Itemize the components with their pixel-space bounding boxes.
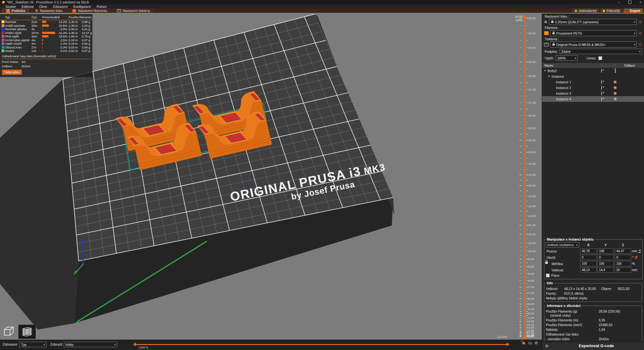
eye-icon[interactable] (601, 91, 602, 96)
uniform-scale-lock-icon[interactable] (545, 262, 548, 264)
tab-nastavení-tisku[interactable]: ⚙Nastavení tisku (31, 8, 67, 13)
mode-button-jednoduchý[interactable]: Jednoduchý (572, 8, 599, 13)
scale-y-field[interactable]: 100 (597, 261, 614, 266)
layer-slider[interactable]: 20,00 (100) 20,0019,4019,0018,4018,0017,… (512, 14, 542, 340)
rotate-y-field[interactable]: 0 (597, 255, 614, 260)
drop-to-bed-icon[interactable] (638, 249, 641, 253)
layer-slider-track[interactable] (525, 17, 525, 337)
object-list-row[interactable]: Instance 2 (542, 85, 644, 91)
tick-dash (526, 122, 528, 122)
coords-dropdown[interactable]: Světové souřadnice ▾ (546, 242, 579, 247)
printer-dropdown[interactable]: Original Prusa i3 MK3S & MK3S+ ▾ (550, 42, 637, 47)
close-button[interactable]: × (640, 1, 641, 4)
menu-item-pomoc[interactable]: Pomoc (94, 5, 110, 8)
object-list-row[interactable]: Instance 3 (542, 91, 644, 96)
mode-dot-icon (575, 10, 577, 12)
print-settings-gear-icon[interactable]: ⚙ (638, 20, 642, 24)
legend-weight: 0,55 g (82, 42, 92, 45)
legend-length: 1,90 m (69, 35, 82, 38)
printer-gear-icon[interactable]: ⚙ (638, 42, 642, 47)
tab-podložka[interactable]: Podložka (2, 8, 30, 13)
menu-item-soubor[interactable]: Soubor (3, 5, 19, 8)
inches-checkbox[interactable] (546, 274, 550, 277)
preview-view-button[interactable] (18, 325, 36, 339)
rotate-z-field[interactable]: 0 (615, 255, 631, 260)
type-color-swatch (2, 49, 4, 52)
export-gcode-button[interactable]: Exportovat G-code (549, 344, 644, 348)
show-options-dropdown[interactable]: Volby▾ (64, 342, 117, 347)
layer-slider-lock-icon[interactable] (522, 342, 525, 344)
menu-item-konfigurace[interactable]: Konfigurace (70, 5, 94, 8)
menu-item-editovat[interactable]: Editovat (19, 5, 36, 8)
eye-icon[interactable] (601, 80, 602, 84)
slider-settings-gear-icon[interactable]: ⚙ (534, 341, 538, 345)
tick-dash (519, 259, 521, 259)
mode-button-pokročilý[interactable]: Pokročilý (600, 8, 623, 13)
filament-dropdown[interactable]: Prusament PETG ▾ (550, 30, 637, 36)
legend-header: Typ Čas Procentuálně Použito filamentu (0, 15, 92, 20)
editor-view-button[interactable] (1, 325, 18, 338)
object-list-row[interactable]: Instance (542, 74, 644, 79)
position-x-field[interactable]: 45,79 (580, 248, 597, 254)
tick-dash (526, 216, 528, 216)
layer-tick-label: 5,00 (528, 312, 541, 315)
slicing-value: 22486,62 (599, 323, 640, 327)
size-y-field[interactable]: 14,4 (597, 267, 614, 273)
brim-checkbox[interactable] (598, 56, 602, 60)
minimize-button[interactable]: – (618, 1, 620, 4)
menu-item-zobrazení[interactable]: Zobrazení (50, 5, 70, 8)
viewport-3d[interactable]: ORIGINAL PRUSA i3MK3 by Josef Prusa Typ … (0, 14, 542, 340)
stealth-mode-button[interactable]: Tichý režim (2, 69, 22, 75)
tick-dash (519, 225, 521, 225)
mode-label: Jednoduchý (579, 9, 597, 13)
object-list-row[interactable]: Instance 4 (542, 96, 644, 102)
object-settings-icon[interactable] (615, 69, 616, 73)
rotate-x-field[interactable]: 0 (580, 255, 597, 260)
print-settings-dropdown[interactable]: 0.20mm QUALITY (upraveno) ▾ (549, 19, 637, 25)
maximize-button[interactable] (628, 1, 631, 4)
hslider-right-arrow[interactable] (507, 342, 509, 346)
tab-nastavení-tiskárny[interactable]: Nastavení tiskárny (113, 8, 154, 13)
view-type-dropdown[interactable]: Typ▾ (19, 342, 47, 347)
eye-icon[interactable] (601, 69, 602, 73)
tick-dash (520, 201, 521, 202)
supports-dropdown[interactable]: Žádné▾ (560, 49, 642, 54)
eye-icon[interactable] (601, 86, 602, 90)
title-bar: *WC_Stabilizer v9 - PrusaSlicer-2.5.2 za… (0, 0, 644, 4)
filament-gear-icon[interactable]: ⚙ (638, 31, 642, 35)
size-x-field[interactable]: 48,13 (580, 267, 597, 273)
layer-tick-label: 17,40 (528, 88, 541, 91)
layer-slider-thumb-top[interactable] (522, 15, 527, 18)
legend-weight: 5,79 g (82, 35, 92, 38)
tick-dash (526, 196, 528, 197)
tick-dash (526, 146, 528, 147)
caret-down-icon[interactable] (544, 70, 546, 71)
mode-button-expert[interactable]: Expert (624, 8, 643, 13)
visibility-cell (601, 80, 615, 84)
infill-dropdown[interactable]: 100%▾ (556, 55, 578, 61)
position-y-field[interactable]: 108 (597, 248, 614, 254)
legend-type: Vnitřní výplň (5, 31, 31, 35)
tick-dash (520, 40, 521, 41)
size-z-field[interactable]: 20 (615, 267, 631, 273)
object-list-row[interactable]: Instance 1 (542, 79, 644, 85)
reset-rotation-icon[interactable]: ↺ (634, 256, 638, 259)
percent-bar (42, 25, 49, 27)
hslider-max-label: 121620 (488, 335, 507, 338)
export-settings-gear-icon[interactable]: ⚙ (545, 344, 549, 348)
scale-z-field[interactable]: 100 (615, 261, 631, 266)
hslider-left-arrow[interactable] (133, 342, 136, 346)
layer-slider-thumb-bottom[interactable] (522, 337, 527, 340)
caret-down-icon[interactable] (548, 76, 550, 77)
object-name-cell: Instance 2 (542, 86, 601, 90)
tick-dash (526, 247, 528, 247)
scale-x-field[interactable]: 100 (580, 261, 597, 266)
moves-slider[interactable] (136, 344, 507, 345)
eye-icon[interactable] (601, 97, 602, 101)
tick-dash (526, 169, 528, 170)
legend-row: Vnější perimetr33m20,5%1,39 m4,23 g (0, 24, 92, 28)
tab-nastavení-filamentu[interactable]: Nastavení filamentu (68, 8, 112, 13)
object-list-row[interactable]: Body2 (542, 68, 644, 74)
menu-item-okno[interactable]: Okno (36, 5, 50, 8)
position-z-field[interactable]: 44,47 (615, 248, 631, 254)
